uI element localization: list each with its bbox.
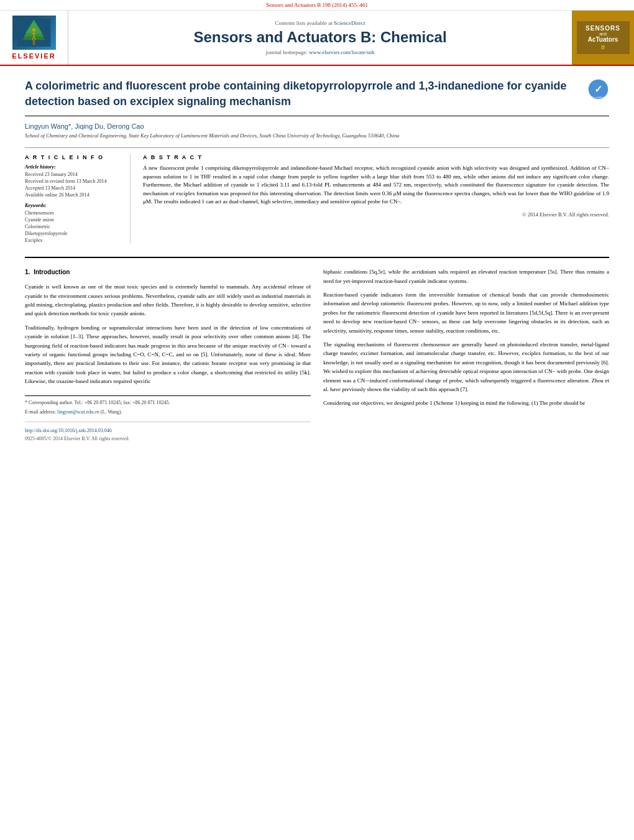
sciencedirect-link: Contents lists available at ScienceDirec… [275, 20, 365, 26]
intro-para-1: Cyanide is well known as one of the most… [25, 282, 311, 318]
keyword-5: Exciplex [25, 238, 124, 243]
intro-para-2: Traditionally, hydrogen bonding or supra… [25, 323, 311, 386]
article-info-title: A R T I C L E I N F O [25, 154, 124, 160]
right-para-2: Reaction-based cyanide indicators form t… [323, 290, 609, 335]
article-reference: Sensors and Actuators B 198 (2014) 455–4… [0, 0, 634, 11]
footnote-separator [25, 422, 311, 422]
paper-title-section: A colorimetric and fluorescent probe con… [25, 78, 609, 116]
section-number: 1. [25, 269, 30, 275]
issn-line: 0925-4005/© 2014 Elsevier B.V. All right… [25, 435, 311, 443]
svg-text:✓: ✓ [594, 84, 602, 95]
actuators-text: AcTuators [579, 36, 627, 43]
keyword-4: Diketopyrrolopyrrole [25, 231, 124, 236]
sensors-text: SENSORS [579, 25, 627, 32]
email-line: E-mail address: lingyun@scut.edu.cn (L. … [25, 408, 311, 417]
sensors-and: and [579, 32, 627, 36]
svg-point-5 [32, 28, 35, 31]
sensors-logo-box: SENSORS and AcTuators B [572, 11, 634, 65]
sciencedirect-anchor[interactable]: ScienceDirect [334, 20, 365, 26]
received-date: Received 23 January 2014 [25, 172, 124, 177]
authors-line: Lingyun Wang*, Jiqing Du, Derong Cao [25, 122, 609, 130]
available-date: Available online 26 March 2014 [25, 192, 124, 198]
keyword-2: Cyanide anion [25, 217, 124, 223]
email-name: (L. Wang). [101, 409, 122, 415]
elsevier-tree-svg [17, 19, 51, 47]
crossmark-svg: ✓ CrossMark [587, 78, 609, 100]
right-para-4: Considering our objectives, we designed … [323, 399, 609, 407]
history-label: Article history: [25, 164, 124, 170]
paper-title: A colorimetric and fluorescent probe con… [25, 78, 587, 109]
paper-content: A colorimetric and fluorescent probe con… [0, 66, 634, 456]
journal-homepage: journal homepage: www.elsevier.com/locat… [266, 49, 375, 55]
article-ref-text: Sensors and Actuators B 198 (2014) 455–4… [266, 2, 368, 8]
accepted-date: Accepted 13 March 2014 [25, 185, 124, 191]
abstract-text: A new fluorescent probe 1 comprising dik… [143, 164, 609, 206]
journal-header: Sensors and Actuators B 198 (2014) 455–4… [0, 0, 634, 66]
left-column: 1. Introduction Cyanide is well known as… [25, 267, 311, 443]
main-columns: 1. Introduction Cyanide is well known as… [25, 257, 609, 443]
revised-date: Received in revised form 13 March 2014 [25, 178, 124, 184]
sensors-logo-inner: SENSORS and AcTuators B [577, 21, 630, 54]
keyword-3: Colorimetric [25, 224, 124, 229]
abstract-title: A B S T R A C T [143, 154, 609, 160]
header-center: Contents lists available at ScienceDirec… [68, 11, 572, 65]
intro-heading: 1. Introduction [25, 267, 311, 277]
right-column: biphasic conditions [5q,5r], while the a… [323, 267, 609, 443]
elsevier-tree-logo [12, 16, 56, 50]
abstract-section: A B S T R A C T A new fluorescent probe … [143, 154, 609, 244]
journal-title: Sensors and Actuators B: Chemical [193, 29, 446, 46]
footnotes: * Corresponding author. Tel.: +86 20 871… [25, 395, 311, 443]
section-title-text: Introduction [34, 269, 70, 275]
svg-text:CrossMark: CrossMark [592, 96, 605, 99]
email-label: E-mail address: [25, 409, 56, 415]
journal-homepage-link[interactable]: www.elsevier.com/locate/snb [309, 49, 374, 55]
right-para-1: biphasic conditions [5q,5r], while the a… [323, 267, 609, 285]
elsevier-logo: ELSEVIER [0, 11, 68, 65]
keywords-label: Keywords: [25, 203, 124, 208]
right-para-3: The signaling mechanisms of fluorescent … [323, 340, 609, 394]
email-link[interactable]: lingyun@scut.edu.cn [57, 409, 99, 415]
copyright-line: © 2014 Elsevier B.V. All rights reserved… [143, 211, 609, 218]
sensors-b-text: B [579, 44, 627, 50]
affiliation-line: School of Chemistry and Chemical Enginee… [25, 132, 609, 140]
article-body: A R T I C L E I N F O Article history: R… [25, 147, 609, 244]
keyword-1: Chemosensors [25, 210, 124, 216]
elsevier-text: ELSEVIER [12, 52, 55, 60]
crossmark-badge: ✓ CrossMark [587, 78, 609, 101]
doi-line: http://dx.doi.org/10.1016/j.snb.2014.03.… [25, 427, 311, 435]
article-info-panel: A R T I C L E I N F O Article history: R… [25, 154, 131, 244]
corresponding-note: * Corresponding author. Tel.: +86 20 871… [25, 399, 311, 407]
header-top: ELSEVIER Contents lists available at Sci… [0, 11, 634, 65]
